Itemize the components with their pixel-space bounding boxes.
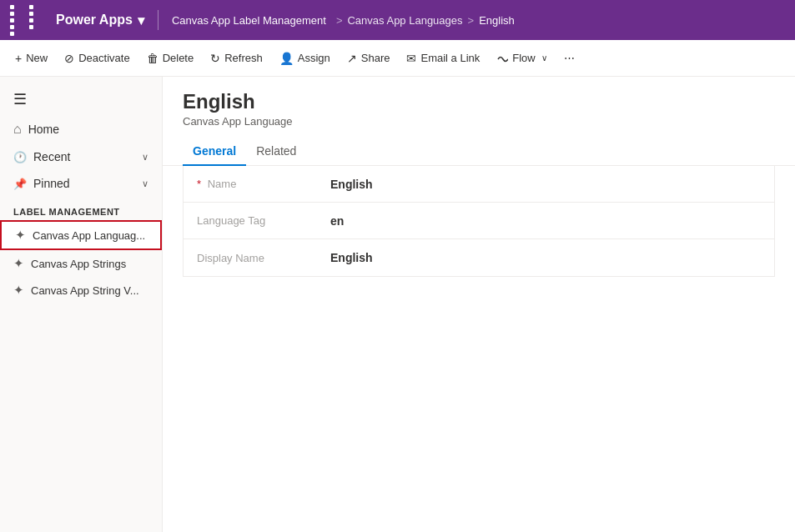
deactivate-icon: ⊘ (64, 52, 74, 65)
sidebar-canvas-app-strings-label: Canvas App Strings (31, 258, 126, 270)
email-link-button[interactable]: ✉ Email a Link (398, 40, 488, 77)
email-icon: ✉ (406, 52, 416, 65)
email-label: Email a Link (420, 52, 480, 64)
field-name-row: * Name English (184, 166, 774, 203)
deactivate-button[interactable]: ⊘ Deactivate (56, 40, 138, 77)
new-label: New (26, 52, 48, 64)
record-subtitle: Canvas App Language (183, 115, 775, 128)
delete-icon: 🗑 (147, 52, 158, 65)
flow-button[interactable]: Flow ∨ (488, 40, 555, 77)
command-bar: + New ⊘ Deactivate 🗑 Delete ↻ Refresh 👤 … (0, 40, 795, 77)
content-area: English Canvas App Language General Rela… (163, 77, 795, 532)
sidebar-item-canvas-app-languages[interactable]: ✦ Canvas App Languag... (0, 220, 162, 250)
recent-icon: 🕐 (13, 151, 27, 163)
breadcrumb-sep-1: > (336, 14, 343, 27)
tab-general[interactable]: General (183, 138, 246, 166)
sidebar-recent-label: Recent (33, 150, 70, 163)
sidebar-canvas-app-languages-label: Canvas App Languag... (33, 229, 145, 242)
sidebar-toggle[interactable]: ☰ (0, 83, 162, 115)
assign-label: Assign (298, 52, 330, 64)
record-title: English (183, 90, 775, 113)
refresh-button[interactable]: ↻ Refresh (202, 40, 271, 77)
refresh-icon: ↻ (210, 52, 220, 65)
more-button[interactable]: ⋯ (556, 40, 583, 77)
record-header: English Canvas App Language (163, 77, 795, 128)
field-language-tag-label: Language Tag (197, 214, 330, 227)
pinned-chevron: ∨ (142, 178, 148, 189)
field-language-tag-value: en (330, 214, 344, 228)
breadcrumb-sep-2: > (468, 14, 475, 27)
flow-icon (496, 51, 508, 64)
delete-button[interactable]: 🗑 Delete (138, 40, 203, 77)
breadcrumb-item-2: English (479, 14, 515, 27)
app-chevron: ▾ (138, 13, 144, 28)
field-name-value: English (330, 178, 373, 191)
field-display-name-label: Display Name (197, 252, 330, 264)
breadcrumb: > Canvas App Languages > English (336, 14, 515, 27)
form-section: * Name English Language Tag en Display N… (183, 166, 775, 277)
breadcrumb-item-1[interactable]: Canvas App Languages (347, 14, 462, 27)
more-icon: ⋯ (564, 52, 575, 64)
sidebar-section-title: Label Management (0, 197, 162, 220)
main-layout: ☰ ⌂ Home 🕐 Recent ∨ 📌 Pinned ∨ Label Man… (0, 77, 795, 532)
flow-chevron: ∨ (541, 53, 547, 63)
share-icon: ↗ (347, 52, 357, 65)
nav-label: Canvas App Label Management (172, 14, 326, 27)
top-bar: Power Apps ▾ Canvas App Label Management… (0, 0, 795, 40)
gear-icon-3: ✦ (13, 283, 24, 298)
sidebar-item-recent[interactable]: 🕐 Recent ∨ (0, 143, 162, 170)
field-display-name-row: Display Name English (184, 239, 774, 276)
sidebar-item-pinned[interactable]: 📌 Pinned ∨ (0, 170, 162, 197)
deactivate-label: Deactivate (78, 52, 129, 64)
assign-icon: 👤 (279, 52, 294, 65)
field-display-name-value: English (330, 251, 373, 264)
required-asterisk: * (197, 178, 201, 190)
pinned-icon: 📌 (13, 178, 27, 190)
sidebar-canvas-app-string-v-label: Canvas App String V... (31, 284, 139, 297)
refresh-label: Refresh (224, 52, 263, 64)
sidebar-home-label: Home (28, 123, 59, 136)
tabs-bar: General Related (163, 138, 795, 166)
share-label: Share (361, 52, 390, 64)
gear-icon-2: ✦ (13, 256, 24, 271)
flow-label: Flow (512, 52, 535, 64)
home-icon: ⌂ (13, 122, 22, 137)
field-name-label: * Name (197, 178, 330, 190)
app-name: Power Apps (56, 13, 133, 28)
gear-icon-1: ✦ (15, 228, 26, 243)
waffle-menu[interactable] (10, 5, 46, 36)
top-bar-divider (158, 10, 158, 30)
tab-related[interactable]: Related (246, 138, 306, 166)
assign-button[interactable]: 👤 Assign (271, 40, 339, 77)
sidebar-item-canvas-app-strings[interactable]: ✦ Canvas App Strings (0, 250, 162, 277)
sidebar-item-canvas-app-string-v[interactable]: ✦ Canvas App String V... (0, 277, 162, 304)
share-button[interactable]: ↗ Share (339, 40, 399, 77)
new-icon: + (15, 52, 22, 65)
recent-chevron: ∨ (142, 152, 148, 163)
delete-label: Delete (163, 52, 194, 64)
field-language-tag-row: Language Tag en (184, 203, 774, 239)
new-button[interactable]: + New (7, 40, 56, 77)
sidebar-pinned-label: Pinned (33, 177, 70, 190)
sidebar: ☰ ⌂ Home 🕐 Recent ∨ 📌 Pinned ∨ Label Man… (0, 77, 163, 532)
sidebar-item-home[interactable]: ⌂ Home (0, 115, 162, 143)
app-logo[interactable]: Power Apps ▾ (56, 13, 144, 28)
